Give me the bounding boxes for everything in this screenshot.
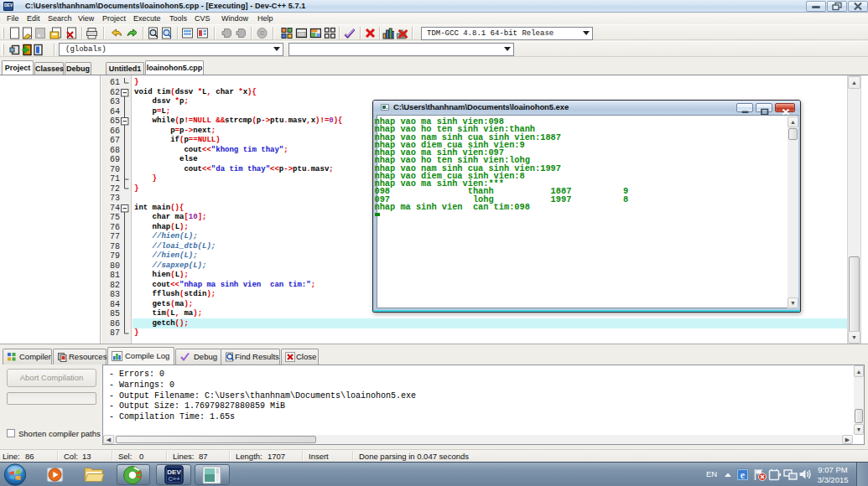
svg-text:e: e (741, 469, 746, 481)
svg-text:C++: C++ (168, 475, 180, 483)
